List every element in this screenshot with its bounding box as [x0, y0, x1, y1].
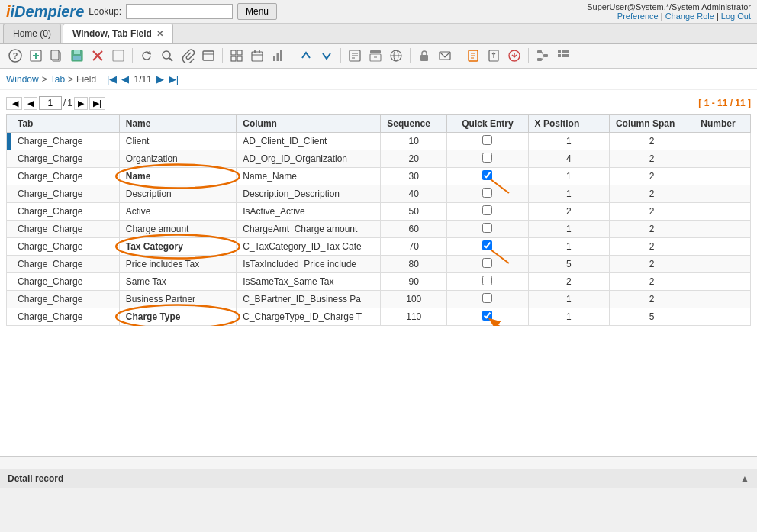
cell-name[interactable]: Same Tax [119, 273, 237, 291]
cell-column: AD_Org_ID_Organization [237, 150, 381, 168]
translate-button[interactable] [387, 47, 405, 65]
quick-entry-checkbox[interactable] [482, 135, 492, 145]
toolbar-sep-3 [292, 48, 292, 63]
nav-first-button[interactable]: |◀ [105, 73, 118, 85]
cell-name[interactable]: Charge amount [119, 221, 237, 238]
change-role-link[interactable]: Change Role [665, 11, 714, 21]
cell-name[interactable]: Tax Category [119, 238, 237, 256]
col-name[interactable]: Name [119, 115, 237, 133]
cell-quick-entry[interactable] [447, 203, 528, 221]
cell-quick-entry[interactable] [447, 291, 528, 308]
quick-entry-checkbox[interactable] [482, 153, 492, 163]
lookup-input[interactable] [126, 4, 233, 19]
nav-record-info: 1/11 [134, 74, 151, 85]
undo-button[interactable] [109, 47, 127, 65]
quick-entry-checkbox[interactable] [482, 188, 492, 198]
save-button[interactable] [68, 47, 86, 65]
cell-tab: Charge_Charge [11, 291, 120, 308]
cell-x-position: 1 [528, 238, 609, 256]
menu-button[interactable]: Menu [237, 3, 277, 20]
cell-x-position: 1 [528, 221, 609, 238]
view-button[interactable] [199, 47, 217, 65]
page-number-input[interactable]: 1 [39, 96, 62, 110]
nav-prev-button[interactable]: ◀ [120, 73, 130, 85]
log-out-link[interactable]: Log Out [721, 11, 751, 21]
history-button[interactable] [346, 47, 364, 65]
quick-entry-checkbox[interactable] [482, 240, 492, 250]
tab-window-tab-field[interactable]: Window, Tab Field ✕ [63, 24, 173, 43]
table-header-row: Tab Name Column Sequence Quick Entry X P… [7, 115, 751, 133]
page-next-button[interactable]: ▶ [74, 97, 88, 110]
cell-quick-entry[interactable] [447, 150, 528, 168]
chart-button[interactable] [269, 47, 287, 65]
cell-name[interactable]: Charge Type [119, 308, 237, 326]
calendar-button[interactable] [248, 47, 266, 65]
nav-last-button[interactable]: ▶| [167, 73, 180, 85]
quick-entry-checkbox[interactable] [482, 276, 492, 285]
col-tab[interactable]: Tab [11, 115, 120, 133]
mail-button[interactable] [436, 47, 454, 65]
grid-button[interactable] [227, 47, 246, 65]
export-button[interactable] [485, 47, 503, 65]
new-button[interactable] [27, 47, 45, 65]
cell-quick-entry[interactable] [447, 308, 528, 326]
cell-name[interactable]: Name [119, 168, 237, 185]
cell-quick-entry[interactable] [447, 238, 528, 256]
cell-quick-entry[interactable] [447, 168, 528, 185]
detail-bar-collapse-button[interactable]: ▲ [740, 473, 749, 484]
cell-sequence: 110 [381, 308, 447, 326]
cell-name[interactable]: Price includes Tax [119, 256, 237, 273]
quick-entry-checkbox[interactable] [482, 293, 492, 303]
cell-name[interactable]: Business Partner [119, 291, 237, 308]
apps-button[interactable] [554, 47, 572, 65]
page-prev-button[interactable]: ◀ [24, 97, 37, 110]
breadcrumb-window[interactable]: Window [6, 74, 39, 85]
toolbar-sep-1 [132, 48, 133, 63]
report-button[interactable] [464, 47, 482, 65]
col-number[interactable]: Number [694, 115, 751, 133]
nav-next-button[interactable]: ▶ [155, 73, 166, 85]
tab-close-icon[interactable]: ✕ [156, 29, 163, 39]
col-column[interactable]: Column [237, 115, 381, 133]
delete-button[interactable] [89, 47, 107, 65]
cell-name[interactable]: Client [119, 133, 237, 150]
lock-button[interactable] [415, 47, 433, 65]
cell-quick-entry[interactable] [447, 133, 528, 150]
refresh-button[interactable] [137, 47, 156, 65]
quick-entry-checkbox[interactable] [482, 311, 492, 321]
breadcrumb-tab[interactable]: Tab [50, 74, 65, 85]
cell-quick-entry[interactable] [447, 221, 528, 238]
quick-entry-checkbox[interactable] [482, 205, 492, 215]
tab-home[interactable]: Home (0) [3, 24, 61, 43]
down-button[interactable] [317, 47, 336, 65]
cell-tab: Charge_Charge [11, 308, 120, 326]
attach-button[interactable] [179, 47, 197, 65]
help-button[interactable]: ? [6, 47, 24, 65]
col-quick-entry[interactable]: Quick Entry [447, 115, 528, 133]
workflow-button[interactable] [533, 47, 552, 65]
cell-quick-entry[interactable] [447, 185, 528, 203]
cell-col-span: 5 [609, 308, 694, 326]
copy-button[interactable] [47, 47, 66, 65]
page-last-button[interactable]: ▶| [89, 97, 105, 110]
col-sequence[interactable]: Sequence [381, 115, 447, 133]
up-button[interactable] [297, 47, 315, 65]
svg-rect-26 [277, 53, 279, 61]
cell-name[interactable]: Organization [119, 150, 237, 168]
page-first-button[interactable]: |◀ [6, 97, 22, 110]
import-button[interactable] [505, 47, 523, 65]
cell-quick-entry[interactable] [447, 273, 528, 291]
preference-link[interactable]: Preference [617, 11, 659, 21]
lookup-label: Lookup: [89, 6, 121, 17]
quick-entry-checkbox[interactable] [482, 258, 492, 268]
quick-entry-checkbox[interactable] [482, 223, 492, 233]
cell-name[interactable]: Active [119, 203, 237, 221]
find-button[interactable] [158, 47, 176, 65]
quick-entry-checkbox[interactable] [482, 170, 492, 180]
archive-button[interactable] [366, 47, 385, 65]
cell-quick-entry[interactable] [447, 256, 528, 273]
col-col-span[interactable]: Column Span [609, 115, 694, 133]
col-x-position[interactable]: X Position [528, 115, 609, 133]
cell-name[interactable]: Description [119, 185, 237, 203]
hscroll-bar[interactable] [0, 456, 757, 469]
